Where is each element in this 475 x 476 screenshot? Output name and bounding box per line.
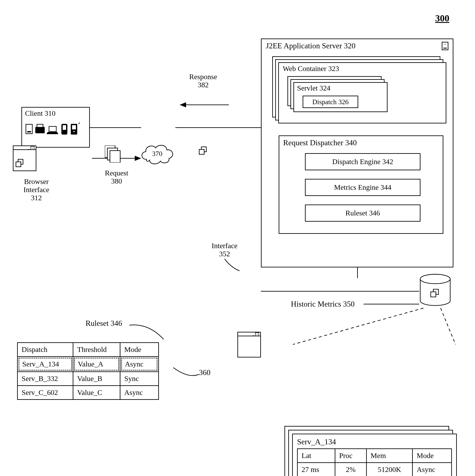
- ruleset-h1: Threshold: [73, 343, 120, 357]
- svg-text:370: 370: [152, 150, 162, 157]
- dashed-fanout: [291, 306, 458, 348]
- svg-line-13: [79, 123, 80, 124]
- client-box: Client 310: [21, 107, 90, 148]
- ruleset-r2c2: Async: [120, 386, 159, 400]
- ruleset-r2c1: Value_C: [73, 386, 120, 400]
- docs-icon: [16, 159, 25, 168]
- titlebar-controls: _ x: [14, 146, 36, 150]
- metrics-engine: Metrics Engine 344: [305, 179, 421, 196]
- figure-number: 300: [435, 13, 449, 24]
- ruleset-row-1: Serv_B_332 Value_B Sync: [17, 372, 159, 386]
- browser-window-icon: _ x: [13, 145, 36, 171]
- metrics-r0c1: 2%: [335, 463, 366, 476]
- svg-point-1: [445, 44, 445, 45]
- ruleset-r2c0: Serv_C_602: [17, 386, 73, 400]
- metrics-r0c2: 51200K: [366, 463, 412, 476]
- web-container-stack: Web Container 323 Servlet 324 Dispatch 3…: [272, 56, 443, 120]
- dispatch-box: Dispatch 326: [303, 96, 358, 108]
- svg-rect-7: [49, 126, 56, 132]
- svg-rect-6: [37, 124, 43, 127]
- historic-metrics-line: [363, 304, 419, 305]
- svg-rect-25: [431, 292, 436, 297]
- ruleset-r0c1: Value_A: [74, 358, 119, 371]
- metrics-h2: Mem: [366, 449, 412, 463]
- ruleset-table: Dispatch Threshold Mode Serv_A_134 Value…: [17, 342, 159, 400]
- interface-callout: [222, 259, 242, 275]
- line-cloud-server: [175, 127, 261, 128]
- ruleset-h2: Mode: [120, 343, 159, 357]
- ruleset-r1c1: Value_B: [73, 372, 120, 386]
- svg-line-27: [441, 308, 456, 344]
- ruleset-r1c0: Serv_B_332: [17, 372, 73, 386]
- ruleset-engine: Ruleset 346: [305, 204, 421, 222]
- ruleset-r0c0: Serv_A_134: [19, 358, 72, 371]
- ruleset-r1c2: Sync: [120, 372, 159, 386]
- svg-rect-4: [27, 131, 31, 132]
- cloud-icon: 370: [139, 142, 475, 167]
- line-client-cloud: [90, 127, 141, 128]
- ruleset-title-curve: [129, 321, 166, 342]
- ruleset-row-0: Serv_A_134 Value_A Async: [17, 357, 159, 372]
- svg-marker-21: [180, 102, 186, 107]
- svg-line-26: [293, 308, 424, 344]
- servlet-title: Servlet 324: [297, 84, 330, 92]
- svg-point-12: [73, 131, 75, 132]
- svg-point-23: [420, 274, 450, 284]
- svg-rect-11: [72, 125, 76, 129]
- metrics-h3: Mode: [412, 449, 452, 463]
- titlebar-controls-2: _ x: [238, 332, 260, 336]
- response-arrow: [180, 101, 229, 111]
- web-container-title: Web Container 323: [283, 65, 339, 73]
- metrics-table-stack: Serv_A_134 Lat Proc Mem Mode 27 ms 2% 51…: [284, 426, 456, 476]
- request-label: Request 380: [98, 169, 135, 185]
- ruleset-h0: Dispatch: [17, 343, 73, 357]
- metrics-r0c0: 27 ms: [297, 463, 335, 476]
- svg-rect-19: [110, 151, 120, 163]
- browser-interface-label: Browser Interface 312: [17, 178, 56, 202]
- line-interface-metrics: [261, 291, 419, 292]
- svg-marker-16: [135, 156, 141, 161]
- metrics-h0: Lat: [297, 449, 335, 463]
- device-icons: [25, 123, 87, 138]
- interface-window-icon: _ x: [237, 332, 261, 357]
- interface-label: Interface 352: [205, 242, 244, 258]
- svg-rect-9: [63, 125, 66, 130]
- ruleset-r0c2: Async: [121, 358, 157, 371]
- svg-rect-2: [443, 48, 447, 49]
- response-label: Response 382: [182, 73, 225, 89]
- svg-rect-5: [35, 127, 45, 133]
- line-server-down: [357, 267, 358, 278]
- metrics-r0c3: Async: [412, 463, 452, 476]
- metrics-row-0: 27 ms 2% 51200K Async: [297, 463, 452, 476]
- ruleset-title: Ruleset 346: [85, 319, 122, 328]
- svg-rect-0: [442, 42, 448, 50]
- server-icon: [441, 41, 449, 52]
- ruleset-row-2: Serv_C_602 Value_C Async: [17, 386, 159, 400]
- metrics-cylinder-icon: [419, 274, 451, 308]
- servlet-stack: Servlet 324 Dispatch 326: [287, 76, 386, 110]
- server-title: J2EE Application Server 320: [266, 41, 355, 50]
- metrics-table-title: Serv_A_134: [297, 437, 452, 446]
- request-docs-icon: [105, 145, 122, 164]
- metrics-h1: Proc: [335, 449, 366, 463]
- callout-360-curve: [173, 366, 201, 380]
- response-docs-icon: [199, 147, 208, 156]
- client-title: Client 310: [25, 109, 56, 118]
